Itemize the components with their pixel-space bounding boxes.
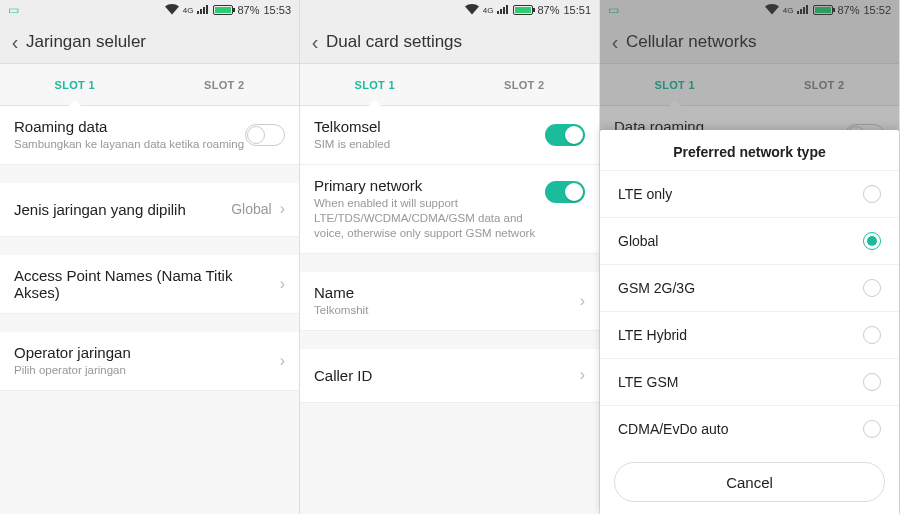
battery-pct: 87% [237, 4, 259, 16]
row-title: Name [314, 284, 572, 301]
network-type: 4G [783, 6, 794, 15]
row-subtitle: When enabled it will support LTE/TDS/WCD… [314, 196, 545, 241]
option-lte-hybrid[interactable]: LTE Hybrid [600, 311, 899, 358]
signal-icon [197, 4, 209, 16]
row-network-type[interactable]: Jenis jaringan yang dipilih Global › [0, 183, 299, 237]
radio-icon [863, 279, 881, 297]
svg-rect-8 [797, 11, 799, 14]
screen-cellular-networks-en: ▭ 4G 87% 15:52 ‹ Cellular networks SLOT … [600, 0, 900, 514]
radio-icon [863, 232, 881, 250]
row-sim[interactable]: Telkomsel SIM is enabled [300, 106, 599, 165]
row-title: Access Point Names (Nama Titik Akses) [14, 267, 272, 301]
option-lte-gsm[interactable]: LTE GSM [600, 358, 899, 405]
primary-toggle[interactable] [545, 181, 585, 203]
header: ‹ Jaringan seluler [0, 20, 299, 64]
page-title: Cellular networks [626, 32, 756, 52]
signal-icon [797, 4, 809, 16]
status-bar: ▭ 4G 87% 15:52 [600, 0, 899, 20]
svg-rect-0 [197, 11, 199, 14]
battery-icon [213, 5, 233, 15]
row-title: Jenis jaringan yang dipilih [14, 201, 223, 218]
svg-rect-10 [803, 7, 805, 14]
row-caller-id[interactable]: Caller ID › [300, 349, 599, 403]
row-name[interactable]: Name Telkomshit › [300, 272, 599, 331]
tab-slot1[interactable]: SLOT 1 [600, 64, 750, 105]
settings-list: Telkomsel SIM is enabled Primary network… [300, 106, 599, 403]
option-global[interactable]: Global [600, 217, 899, 264]
row-title: Operator jaringan [14, 344, 272, 361]
chevron-right-icon: › [280, 275, 285, 293]
svg-rect-9 [800, 9, 802, 14]
svg-rect-6 [503, 7, 505, 14]
radio-icon [863, 373, 881, 391]
battery-icon [513, 5, 533, 15]
battery-icon [813, 5, 833, 15]
clock: 15:53 [263, 4, 291, 16]
back-icon[interactable]: ‹ [308, 32, 322, 52]
radio-icon [863, 326, 881, 344]
page-title: Dual card settings [326, 32, 462, 52]
network-type-sheet: Preferred network type LTE only Global G… [600, 130, 899, 514]
option-label: LTE GSM [618, 374, 678, 390]
row-primary-network[interactable]: Primary network When enabled it will sup… [300, 165, 599, 254]
chevron-right-icon: › [280, 352, 285, 370]
row-roaming-data[interactable]: Roaming data Sambungkan ke layanan data … [0, 106, 299, 165]
settings-list: Roaming data Sambungkan ke layanan data … [0, 106, 299, 391]
radio-icon [863, 185, 881, 203]
svg-rect-5 [500, 9, 502, 14]
row-operator[interactable]: Operator jaringan Pilih operator jaringa… [0, 332, 299, 391]
sim-tabs: SLOT 1 SLOT 2 [0, 64, 299, 106]
sim-tabs: SLOT 1 SLOT 2 [300, 64, 599, 106]
tab-slot1[interactable]: SLOT 1 [300, 64, 450, 105]
svg-rect-3 [206, 5, 208, 14]
roaming-toggle[interactable] [245, 124, 285, 146]
sim-toggle[interactable] [545, 124, 585, 146]
row-subtitle: SIM is enabled [314, 137, 545, 152]
row-apn[interactable]: Access Point Names (Nama Titik Akses) › [0, 255, 299, 314]
header: ‹ Dual card settings [300, 20, 599, 64]
signal-icon [497, 4, 509, 16]
header: ‹ Cellular networks [600, 20, 899, 64]
radio-icon [863, 420, 881, 438]
row-title: Caller ID [314, 367, 572, 384]
tab-slot2[interactable]: SLOT 2 [150, 64, 300, 105]
svg-rect-2 [203, 7, 205, 14]
status-bar: ▭ 4G 87% 15:51 [300, 0, 599, 20]
wifi-icon [765, 4, 779, 17]
option-label: Global [618, 233, 658, 249]
gallery-icon: ▭ [608, 3, 619, 17]
gallery-icon: ▭ [8, 3, 19, 17]
option-lte-only[interactable]: LTE only [600, 170, 899, 217]
sim-tabs: SLOT 1 SLOT 2 [600, 64, 899, 106]
row-title: Telkomsel [314, 118, 545, 135]
option-label: GSM 2G/3G [618, 280, 695, 296]
clock: 15:51 [563, 4, 591, 16]
wifi-icon [465, 4, 479, 17]
option-gsm-2g3g[interactable]: GSM 2G/3G [600, 264, 899, 311]
row-title: Roaming data [14, 118, 245, 135]
row-value: Global [231, 201, 271, 217]
svg-rect-11 [806, 5, 808, 14]
screen-cellular-networks-id: ▭ 4G 87% 15:53 ‹ Jaringan seluler SLOT 1… [0, 0, 300, 514]
chevron-right-icon: › [580, 292, 585, 310]
network-type: 4G [183, 6, 194, 15]
row-subtitle: Telkomshit [314, 303, 572, 318]
svg-rect-7 [506, 5, 508, 14]
cancel-button[interactable]: Cancel [614, 462, 885, 502]
row-title: Primary network [314, 177, 545, 194]
svg-rect-4 [497, 11, 499, 14]
row-subtitle: Pilih operator jaringan [14, 363, 272, 378]
back-icon[interactable]: ‹ [8, 32, 22, 52]
option-label: LTE Hybrid [618, 327, 687, 343]
svg-rect-1 [200, 9, 202, 14]
wifi-icon [165, 4, 179, 17]
tab-slot2[interactable]: SLOT 2 [750, 64, 900, 105]
chevron-right-icon: › [280, 200, 285, 218]
battery-pct: 87% [837, 4, 859, 16]
back-icon[interactable]: ‹ [608, 32, 622, 52]
option-cdma-evdo[interactable]: CDMA/EvDo auto [600, 405, 899, 452]
clock: 15:52 [863, 4, 891, 16]
tab-slot1[interactable]: SLOT 1 [0, 64, 150, 105]
tab-slot2[interactable]: SLOT 2 [450, 64, 600, 105]
option-label: CDMA/EvDo auto [618, 421, 728, 437]
